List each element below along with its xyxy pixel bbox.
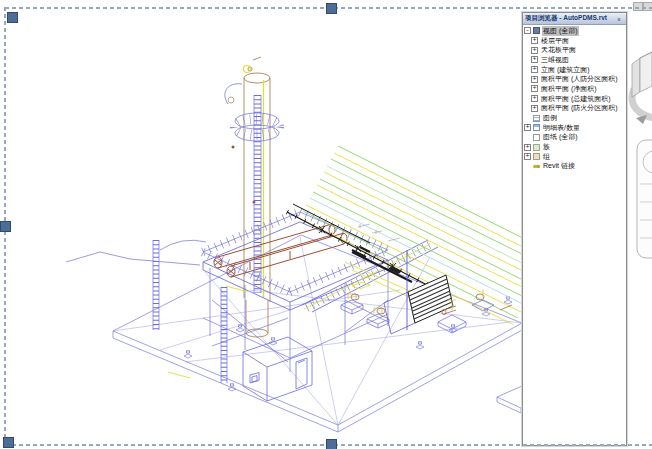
tree-item-3d-views[interactable]: + 三维视图	[523, 55, 626, 65]
collapse-icon[interactable]: -	[524, 27, 531, 34]
selection-handle-left-middle[interactable]	[0, 221, 11, 232]
selection-handle-bottom-center[interactable]	[326, 439, 337, 449]
tree-item-label: 楼层平面	[540, 36, 570, 46]
tree-item-label: 图例	[542, 113, 558, 123]
tree-item-label: Revit 链接	[542, 162, 576, 172]
navigation-bar[interactable]	[637, 140, 652, 258]
tower-vessel[interactable]	[225, 57, 279, 337]
tree-item-area-plans-fire[interactable]: + 面积平面 (防火分区面积)	[523, 104, 626, 114]
sheet-icon	[533, 134, 540, 141]
expand-icon[interactable]: +	[531, 76, 538, 83]
tree-item-label: 面积平面 (总建筑面积)	[540, 94, 612, 104]
family-icon	[533, 144, 540, 151]
shed-building[interactable]	[243, 337, 312, 401]
tree-item-views[interactable]: - 视图 (全部)	[523, 26, 626, 36]
tree-item-sheets[interactable]: 图纸 (全部)	[523, 133, 626, 143]
expand-icon[interactable]: +	[531, 56, 538, 63]
tree-indent	[524, 115, 531, 122]
misc-wireframe	[66, 240, 206, 265]
tree-indent	[524, 163, 531, 170]
mid-platform[interactable]	[203, 212, 388, 372]
tree-item-label: 图纸 (全部)	[542, 133, 579, 143]
tree-item-floor-plans[interactable]: + 楼层平面	[523, 36, 626, 46]
selection-handle-bottom-left[interactable]	[3, 437, 14, 448]
project-browser-title: 项目浏览器 - AutoPDMS.rvt	[525, 14, 614, 23]
tree-item-revit-links[interactable]: Revit 链接	[523, 162, 626, 172]
tree-item-label: 族	[542, 142, 551, 152]
tree-item-area-plans-civil-defense[interactable]: + 面积平面 (人防分区面积)	[523, 74, 626, 84]
project-browser-titlebar[interactable]: 项目浏览器 - AutoPDMS.rvt x	[523, 13, 626, 25]
tree-item-label: 面积平面 (防火分区面积)	[540, 104, 619, 114]
tree-indent	[524, 134, 531, 141]
base-platform[interactable]	[113, 235, 546, 432]
tree-item-groups[interactable]: + 组	[523, 152, 626, 162]
expand-icon[interactable]: +	[524, 153, 531, 160]
group-icon	[533, 153, 540, 160]
project-browser-panel: 项目浏览器 - AutoPDMS.rvt x - 视图 (全部) + 楼层平面 …	[522, 12, 627, 446]
close-icon[interactable]: x	[614, 14, 624, 24]
tree-item-elevations[interactable]: + 立面 (建筑立面)	[523, 65, 626, 75]
view-cube[interactable]	[632, 52, 652, 124]
selection-handle-top-center[interactable]	[326, 3, 337, 14]
expand-icon[interactable]: +	[531, 95, 538, 102]
tree-item-label: 天花板平面	[540, 45, 577, 55]
tree-item-legends[interactable]: 图例	[523, 113, 626, 123]
legend-icon	[533, 115, 540, 122]
tree-item-ceiling-plans[interactable]: + 天花板平面	[523, 45, 626, 55]
views-icon	[533, 27, 540, 34]
project-browser-tree: - 视图 (全部) + 楼层平面 + 天花板平面 + 三维视图 + 立面 (建筑…	[523, 25, 626, 171]
expand-icon[interactable]: +	[524, 124, 531, 131]
expand-icon[interactable]: +	[531, 66, 538, 73]
tree-item-schedules[interactable]: + 明细表/数量	[523, 123, 626, 133]
tree-item-label: 三维视图	[540, 55, 570, 65]
tree-item-label: 明细表/数量	[542, 123, 581, 133]
link-icon	[533, 163, 540, 170]
tree-item-label: 面积平面 (人防分区面积)	[540, 74, 619, 84]
tree-item-area-plans-gross[interactable]: + 面积平面 (总建筑面积)	[523, 94, 626, 104]
expand-icon[interactable]: +	[531, 37, 538, 44]
expand-icon[interactable]: +	[531, 85, 538, 92]
tree-item-families[interactable]: + 族	[523, 142, 626, 152]
selection-handle-top-left[interactable]	[7, 12, 18, 23]
expand-icon[interactable]: +	[531, 47, 538, 54]
expand-icon[interactable]: +	[524, 144, 531, 151]
revit-canvas: 项目浏览器 - AutoPDMS.rvt x - 视图 (全部) + 楼层平面 …	[0, 0, 652, 449]
tree-item-label: 视图 (全部)	[542, 26, 579, 36]
tree-item-area-plans-net[interactable]: + 面积平面 (净面积)	[523, 84, 626, 94]
tree-item-label: 组	[542, 152, 551, 162]
tree-item-label: 立面 (建筑立面)	[540, 65, 591, 75]
schedule-icon	[533, 124, 540, 131]
expand-icon[interactable]: +	[531, 105, 538, 112]
tree-item-label: 面积平面 (净面积)	[540, 84, 598, 94]
tower-platform-ring	[225, 84, 279, 141]
